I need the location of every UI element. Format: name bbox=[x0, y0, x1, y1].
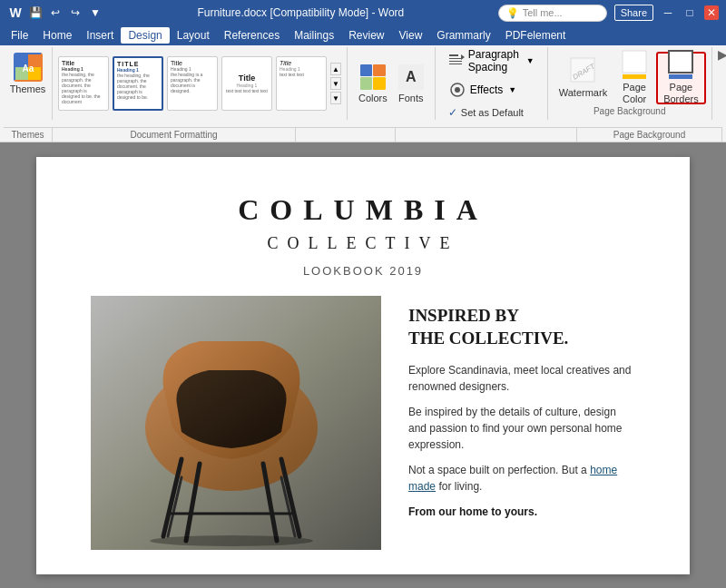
page-borders-svg bbox=[667, 49, 694, 80]
thumb3-text: the heading is a paragraph. the document… bbox=[171, 72, 214, 93]
svg-rect-17 bbox=[669, 74, 692, 79]
svg-rect-5 bbox=[449, 54, 458, 56]
redo-btn[interactable]: ↪ bbox=[67, 5, 83, 21]
effects-button[interactable]: Effects ▼ bbox=[445, 79, 538, 101]
document-main-title: COLUMBIA bbox=[91, 193, 635, 227]
menu-grammarly[interactable]: Grammarly bbox=[429, 27, 497, 44]
ribbon-expand-arrow[interactable]: ▶ bbox=[718, 47, 726, 62]
scroll-more-arrow[interactable]: ▼ bbox=[330, 92, 341, 104]
fonts-button[interactable]: A Fonts bbox=[393, 57, 429, 110]
doc-format-thumb-4[interactable]: Title Heading 1 text text text text text bbox=[221, 56, 272, 111]
lightbulb-icon: 💡 bbox=[506, 7, 519, 19]
svg-point-27 bbox=[150, 535, 313, 546]
menu-mailings[interactable]: Mailings bbox=[287, 27, 341, 44]
effects-dropdown-arrow: ▼ bbox=[508, 85, 516, 94]
document-lookbook: LOOKBOOK 2019 bbox=[91, 264, 635, 278]
para3-end-text: for living. bbox=[438, 480, 482, 493]
themes-group: Aa Themes bbox=[4, 47, 53, 120]
quick-access-toolbar: W 💾 ↩ ↪ ▼ bbox=[7, 5, 103, 21]
colors-fonts-group-label bbox=[296, 128, 396, 142]
title-bar: W 💾 ↩ ↪ ▼ Furniture.docx [Compatibility … bbox=[0, 0, 726, 25]
thumb4-title: Title bbox=[239, 74, 255, 83]
color-sq-1 bbox=[360, 64, 373, 77]
menu-insert[interactable]: Insert bbox=[79, 27, 121, 44]
scroll-down-arrow[interactable]: ▼ bbox=[330, 77, 341, 90]
colors-button[interactable]: Colors bbox=[353, 57, 393, 110]
menu-design[interactable]: Design bbox=[121, 27, 169, 44]
themes-icon: Aa bbox=[14, 53, 43, 82]
menu-layout[interactable]: Layout bbox=[170, 27, 217, 44]
page-color-button[interactable]: PageColor bbox=[614, 52, 654, 104]
thumb4-text: text text text text text bbox=[226, 88, 268, 93]
para3-text: Not a space built on perfection. But a bbox=[408, 464, 587, 476]
themes-button[interactable]: Aa Themes bbox=[6, 51, 50, 96]
doc-format-thumb-3[interactable]: Title Heading 1 the heading is a paragra… bbox=[167, 56, 218, 111]
watermark-button[interactable]: DRAFT Watermark bbox=[554, 52, 613, 104]
minimize-btn[interactable]: ─ bbox=[661, 5, 675, 20]
menu-file[interactable]: File bbox=[4, 27, 35, 44]
window-title: Furniture.docx [Compatibility Mode] - Wo… bbox=[197, 6, 404, 19]
menu-view[interactable]: View bbox=[392, 27, 430, 44]
chair-svg bbox=[91, 296, 381, 550]
svg-rect-14 bbox=[623, 51, 646, 73]
color-sq-4 bbox=[373, 77, 386, 90]
fonts-label: Fonts bbox=[398, 93, 424, 103]
paragraph-spacing-label: Paragraph Spacing bbox=[468, 48, 521, 74]
save-btn[interactable]: 💾 bbox=[27, 5, 44, 21]
menu-pdfelement[interactable]: PDFelement bbox=[498, 27, 574, 44]
ribbon-content-area: Aa Themes Title Heading 1 the heading, t… bbox=[0, 45, 726, 142]
color-sq-2 bbox=[373, 64, 386, 77]
themes-label: Themes bbox=[10, 83, 46, 94]
checkmark-icon: ✓ bbox=[448, 106, 457, 119]
page-color-label: PageColor bbox=[623, 82, 646, 105]
ribbon-labels: Themes Document Formatting Page Backgrou… bbox=[4, 127, 722, 142]
fonts-icon: A bbox=[398, 64, 424, 90]
page-background-group: DRAFT Watermark PageColor bbox=[548, 47, 712, 120]
document-text: INSPIRED BY THE COLLECTIVE. Explore Scan… bbox=[408, 296, 635, 520]
para-effects-group: Paragraph Spacing ▼ Effects ▼ ✓ Set bbox=[436, 47, 548, 120]
qat-dropdown[interactable]: ▼ bbox=[87, 5, 103, 21]
close-btn[interactable]: ✕ bbox=[704, 5, 719, 20]
page-borders-button[interactable]: PageBorders bbox=[656, 52, 706, 104]
watermark-icon: DRAFT bbox=[568, 55, 597, 84]
colors-icon bbox=[360, 64, 386, 90]
page-bg-group-label: Page Background bbox=[577, 128, 722, 142]
menu-review[interactable]: Review bbox=[341, 27, 391, 44]
thumb5-text: text text text bbox=[280, 72, 323, 77]
colors-fonts-group: Colors A Fonts bbox=[348, 47, 436, 120]
title-bar-left: W 💾 ↩ ↪ ▼ bbox=[7, 5, 103, 21]
para-dropdown-arrow: ▼ bbox=[526, 56, 535, 65]
svg-marker-9 bbox=[461, 54, 465, 60]
doc-format-thumb-5[interactable]: Title Heading 1 text text text bbox=[276, 56, 327, 111]
doc-format-thumb-2[interactable]: TITLE Heading 1 the heading, the paragra… bbox=[113, 56, 163, 111]
themes-group-label: Themes bbox=[4, 128, 53, 142]
para-spacing-svg bbox=[448, 53, 465, 69]
svg-point-11 bbox=[455, 87, 460, 93]
set-as-default-button[interactable]: ✓ Set as Default bbox=[445, 104, 538, 121]
page-borders-icon bbox=[666, 50, 695, 79]
menu-references[interactable]: References bbox=[217, 27, 287, 44]
share-btn[interactable]: Share bbox=[614, 5, 653, 21]
colors-label: Colors bbox=[358, 93, 388, 103]
maximize-btn[interactable]: □ bbox=[682, 5, 697, 20]
thumb5-title: Title bbox=[280, 60, 323, 66]
word-icon: W bbox=[7, 5, 24, 21]
color-sq-3 bbox=[360, 77, 373, 90]
menu-home[interactable]: Home bbox=[35, 27, 79, 44]
document-area: COLUMBIA COLLECTIVE LOOKBOOK 2019 bbox=[0, 142, 726, 588]
heading-line2: THE COLLECTIVE. bbox=[408, 328, 568, 348]
undo-btn[interactable]: ↩ bbox=[47, 5, 64, 21]
paragraph-spacing-button[interactable]: Paragraph Spacing ▼ bbox=[445, 46, 538, 75]
page-borders-label: PageBorders bbox=[663, 82, 699, 105]
themes-svg: Aa bbox=[15, 54, 41, 80]
ribbon-groups: Aa Themes Title Heading 1 the heading, t… bbox=[4, 47, 722, 127]
svg-rect-7 bbox=[449, 61, 462, 62]
tell-me-bar[interactable]: 💡 Tell me... bbox=[498, 5, 607, 22]
scroll-up-arrow[interactable]: ▲ bbox=[330, 63, 341, 75]
page-background-label: Page Background bbox=[554, 104, 706, 116]
doc-format-thumb-1[interactable]: Title Heading 1 the heading, the paragra… bbox=[58, 56, 109, 111]
document-image bbox=[91, 296, 381, 550]
watermark-svg: DRAFT bbox=[569, 56, 596, 83]
window-controls: 💡 Tell me... Share ─ □ ✕ bbox=[498, 5, 719, 22]
effects-icon bbox=[448, 81, 466, 99]
